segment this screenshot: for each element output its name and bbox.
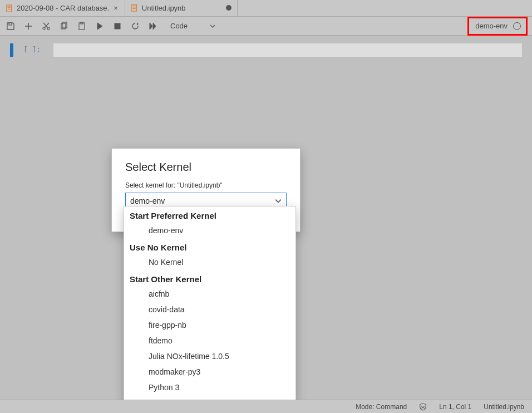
kernel-dropdown: Start Preferred Kerneldemo-envUse No Ker… [124,206,296,406]
trust-icon[interactable] [419,403,427,411]
dialog-subtitle: Select kernel for: "Untitled.ipynb" [125,181,287,189]
dropdown-item[interactable]: ftdemo [124,333,295,348]
dropdown-group-header: Start Other Kernel [124,270,295,286]
dropdown-item[interactable]: aicfnb [124,286,295,302]
chevron-down-icon [275,198,282,204]
dropdown-item[interactable]: modmaker-py3 [124,364,295,380]
status-mode: Mode: Command [356,403,407,411]
dialog-title: Select Kernel [125,161,287,174]
dropdown-item[interactable]: Julia NOx-lifetime 1.0.5 [124,348,295,364]
kernel-dropdown-list[interactable]: Start Preferred Kerneldemo-envUse No Ker… [124,206,295,406]
dropdown-group-header: Start Preferred Kernel [124,206,295,223]
dropdown-item[interactable]: demo-env [124,223,295,238]
status-cursor: Ln 1, Col 1 [439,403,471,411]
kernel-select-value: demo-env [130,196,165,205]
status-filename: Untitled.ipynb [484,403,524,411]
status-bar: Mode: Command Ln 1, Col 1 Untitled.ipynb [0,400,532,413]
dropdown-item[interactable]: Python 3 [124,380,295,395]
dropdown-group-header: Use No Kernel [124,238,295,254]
dialog-backdrop: Select Kernel Select kernel for: "Untitl… [0,0,532,413]
dropdown-item[interactable]: fire-gpp-nb [124,317,295,333]
dropdown-item[interactable]: No Kernel [124,254,295,270]
dropdown-item[interactable]: covid-data [124,302,295,317]
